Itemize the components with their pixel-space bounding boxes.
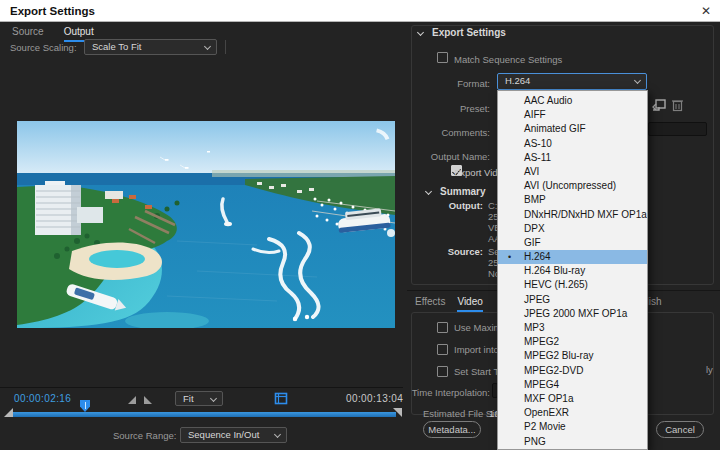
current-timecode[interactable]: 00:00:02:16 [14,393,71,404]
checkbox[interactable] [437,322,448,333]
checkbox[interactable] [437,344,448,355]
format-option[interactable]: MXF OP1a [498,392,647,406]
format-dropdown[interactable]: H.264 [497,73,647,90]
dialog-title: Export Settings [10,0,95,22]
format-option[interactable]: AS-11 [498,151,647,165]
save-preset-icon[interactable] [652,99,666,111]
format-option[interactable]: BMP [498,193,647,207]
format-option-label: BMP [524,194,546,205]
format-option[interactable]: GIF [498,236,647,250]
delete-preset-icon[interactable] [672,98,683,112]
format-option-label: MP3 [524,322,545,333]
format-option[interactable]: JPEG [498,293,647,307]
format-option-label: AS-10 [524,138,552,149]
format-label: Format: [400,78,490,89]
summary-header: Summary [440,186,486,197]
format-option-label: GIF [524,237,541,248]
format-option-label: MPEG2 [524,336,559,347]
summary-source-label: Source: [400,246,483,257]
in-out-point-buttons[interactable] [127,395,155,405]
format-option[interactable]: AAC Audio [498,94,647,108]
match-sequence-label: Match Sequence Settings [454,54,562,65]
truncated-label-fragment: ly [706,364,713,375]
format-option[interactable]: AVI [498,165,647,179]
format-option-label: MPEG4 [524,379,559,390]
format-option[interactable]: MP3 [498,321,647,335]
format-option[interactable]: HEVC (H.265) [498,278,647,292]
comments-label: Comments: [400,127,490,138]
chevron-down-icon [210,395,217,402]
format-option[interactable]: P2 Movie [498,420,647,434]
format-option[interactable]: AVI (Uncompressed) [498,179,647,193]
format-option[interactable]: MPEG2-DVD [498,364,647,378]
format-option-label: OpenEXR [524,407,569,418]
out-point-handle[interactable] [393,408,402,417]
zoom-fit-dropdown[interactable]: Fit [175,391,223,406]
format-option[interactable]: DNxHR/DNxHD MXF OP1a [498,208,647,222]
format-option-label: MPEG2 Blu-ray [524,350,593,361]
estimated-file-size-value: 16 [489,408,497,419]
source-range-dropdown[interactable]: Sequence In/Out [180,427,287,443]
format-option-label: MPEG2-DVD [524,365,583,376]
settings-tabs: EffectsVideo [415,296,483,312]
format-option[interactable]: AS-10 [498,137,647,151]
format-option[interactable]: Animated GIF [498,122,647,136]
zoom-fit-value: Fit [183,393,194,404]
left-tabs: SourceOutput [12,26,94,42]
checkbox[interactable] [437,366,448,377]
format-option-label: H.264 Blu-ray [524,265,585,276]
format-option[interactable]: •H.264 [498,250,647,264]
format-option[interactable]: MPEG4 [498,378,647,392]
source-scaling-dropdown[interactable]: Scale To Fit [84,39,217,55]
format-option-label: MXF OP1a [524,393,573,404]
comments-field[interactable] [648,122,707,136]
format-value: H.264 [505,75,530,86]
transport-divider [0,387,403,388]
format-option[interactable]: MPEG2 [498,335,647,349]
metadata-button[interactable]: Metadata... [423,421,481,438]
chevron-down-icon [204,43,211,50]
format-option[interactable]: OpenEXR [498,406,647,420]
chevron-down-icon [274,431,281,438]
format-option-label: DNxHR/DNxHD MXF OP1a [524,209,647,220]
format-option[interactable]: MPEG2 Blu-ray [498,349,647,363]
tab-source[interactable]: Source [12,26,44,42]
crop-icon[interactable] [273,391,289,406]
format-option[interactable]: H.264 Blu-ray [498,264,647,278]
toolbar-separator [225,40,226,54]
format-option-label: AAC Audio [524,95,572,106]
format-option-label: DPX [524,223,545,234]
export-settings-dialog: Export Settings ✕ SourceOutput Source Sc… [0,0,720,450]
export-settings-header: Export Settings [432,27,506,38]
format-option-label: P2 Movie [524,421,566,432]
format-option[interactable]: PNG [498,435,647,449]
video-preview-frame [17,121,395,328]
format-dropdown-list: AAC AudioAIFFAnimated GIFAS-10AS-11AVIAV… [497,90,648,450]
format-option[interactable]: AIFF [498,108,647,122]
selected-bullet-icon: • [508,250,511,264]
format-option[interactable]: JPEG 2000 MXF OP1a [498,307,647,321]
close-icon[interactable]: ✕ [701,0,711,22]
tab-effects[interactable]: Effects [415,296,445,312]
cancel-button[interactable]: Cancel [656,421,704,438]
output-name-label: Output Name: [400,151,490,162]
format-option-label: AS-11 [524,152,551,163]
format-option-label: AIFF [524,109,546,120]
match-sequence-checkbox[interactable] [437,52,448,63]
format-option-label: Animated GIF [524,123,586,134]
format-option-label: HEVC (H.265) [524,279,588,290]
format-option-label: PNG [524,436,546,447]
source-scaling-label: Source Scaling: [10,42,77,53]
source-range-value: Sequence In/Out [188,429,259,440]
source-scaling-value: Scale To Fit [92,41,141,52]
tab-video[interactable]: Video [457,296,482,312]
format-option[interactable]: DPX [498,222,647,236]
timeline-scrubber[interactable] [10,412,396,417]
format-option-label: H.264 [524,251,551,262]
preset-label: Preset: [400,103,490,114]
in-point-handle[interactable] [4,408,13,417]
format-option-label: JPEG 2000 MXF OP1a [524,308,627,319]
dialog-titlebar: Export Settings ✕ [0,0,720,22]
duration-timecode: 00:00:13:04 [346,393,403,404]
time-interpolation-label: Time Interpolation: [398,387,490,398]
